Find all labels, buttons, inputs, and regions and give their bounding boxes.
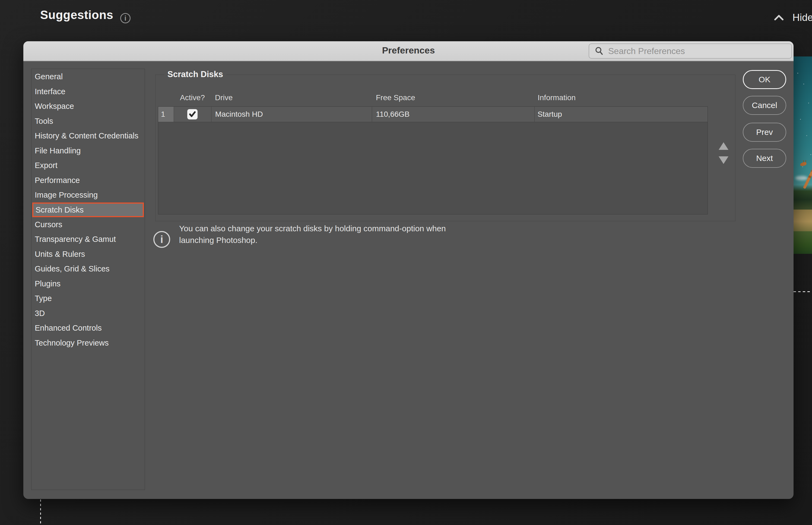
sidebar-item-guides-grid-slices[interactable]: Guides, Grid & Slices [31,261,145,276]
sidebar-item-technology-previews[interactable]: Technology Previews [31,335,145,350]
table-row[interactable]: 1 Macintosh HD 110,66GB Startup [158,107,707,122]
sidebar-item-plugins[interactable]: Plugins [31,276,145,291]
sidebar-item-performance[interactable]: Performance [31,173,145,188]
sidebar-item-cursors[interactable]: Cursors [31,217,145,232]
hide-button[interactable]: Hide [793,12,812,23]
sidebar-item-transparency-gamut[interactable]: Transparency & Gamut [31,232,145,247]
row-information-cell: Startup [535,107,707,122]
scratch-disks-group-title: Scratch Disks [164,70,226,79]
next-button[interactable]: Next [743,149,786,168]
sidebar-item-export[interactable]: Export [31,158,145,173]
search-icon [595,46,604,56]
giraffe-ossicones [803,160,806,162]
note-line: You can also change your scratch disks b… [179,223,559,234]
photo-cloud [795,176,808,180]
sidebar-item-enhanced-controls[interactable]: Enhanced Controls [31,320,145,335]
row-active-cell [174,107,211,122]
sidebar-item-general[interactable]: General [31,69,145,84]
sidebar-item-history-content-credentials[interactable]: History & Content Credentials [31,129,145,143]
scratch-disk-table: 1 Macintosh HD 110,66GB Startup [158,106,708,214]
photo-grass [794,210,812,231]
preferences-sidebar: General Interface Workspace Tools Histor… [31,69,145,490]
sidebar-item-scratch-disks[interactable]: Scratch Disks [32,202,144,217]
photo-stars [797,73,798,74]
info-icon[interactable]: i [120,13,131,23]
photo-trees [794,184,812,210]
column-header-free-space: Free Space [372,93,535,103]
up-arrow-icon[interactable] [719,142,729,150]
column-header-active: Active? [174,93,211,103]
info-icon: i [153,231,170,248]
chevron-up-icon[interactable] [773,14,784,22]
sidebar-item-file-handling[interactable]: File Handling [31,143,145,158]
cancel-button[interactable]: Cancel [743,96,786,115]
search-input[interactable] [604,44,791,58]
row-index-cell: 1 [158,107,174,122]
selection-marching-ants-vertical [40,499,41,525]
row-drive-cell: Macintosh HD [211,107,372,122]
active-checkbox[interactable] [187,109,198,119]
sidebar-item-type[interactable]: Type [31,291,145,306]
preferences-dialog: Preferences General Interface Workspace … [23,41,794,499]
down-arrow-icon[interactable] [719,156,729,164]
checkmark-icon [189,110,196,118]
photoshop-screen: Suggestions i Hide Preferences [0,0,812,525]
column-header-index [158,93,174,103]
sidebar-item-units-rulers[interactable]: Units & Rulers [31,247,145,262]
dialog-titlebar: Preferences [23,41,794,61]
photo-grass [794,231,812,254]
column-header-drive: Drive [211,93,372,103]
prev-button[interactable]: Prev [743,123,786,142]
note-line: launching Photoshop. [179,234,559,246]
sidebar-item-image-processing[interactable]: Image Processing [31,188,145,202]
column-header-information: Information [535,93,708,103]
sidebar-item-3d[interactable]: 3D [31,306,145,321]
ok-button[interactable]: OK [743,70,786,89]
sidebar-item-interface[interactable]: Interface [31,84,145,99]
row-free-space-cell: 110,66GB [372,107,534,122]
disk-table-header: Active? Drive Free Space Information [158,93,708,103]
sidebar-item-workspace[interactable]: Workspace [31,99,145,114]
suggestions-panel-title: Suggestions [40,8,113,22]
selection-marching-ants-horizontal [794,291,812,292]
sidebar-item-tools[interactable]: Tools [31,114,145,129]
canvas-photo [794,57,812,254]
search-box[interactable] [589,43,792,59]
scratch-disk-note: You can also change your scratch disks b… [179,223,559,246]
